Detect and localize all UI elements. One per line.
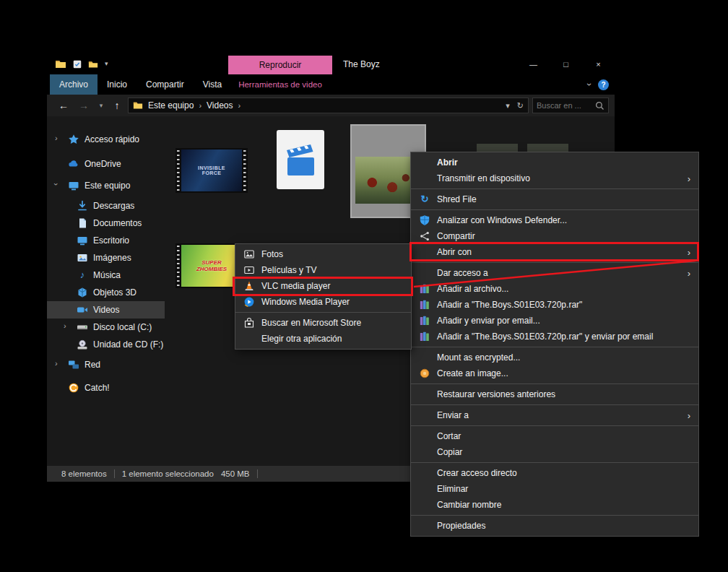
context-menu-item-dar-acceso-a[interactable]: Dar acceso a ›	[411, 265, 698, 281]
menu-separator	[411, 384, 698, 384]
context-menu-item-cortar[interactable]: Cortar	[411, 428, 698, 444]
new-folder-icon[interactable]	[88, 59, 98, 69]
context-menu-item-anadir-a-rar[interactable]: Añadir a "The.Boys.S01E03.720p.rar"	[411, 297, 698, 313]
submenu-item-windows-media-player[interactable]: Windows Media Player	[235, 294, 411, 310]
submenu-item-vlc-media-player[interactable]: VLC media player	[235, 278, 411, 294]
recent-locations-dropdown-icon[interactable]: ▾	[92, 95, 110, 116]
context-menu-item-anadir-a-rar-enviar-email[interactable]: Añadir a "The.Boys.S01E03.720p.rar" y en…	[411, 329, 698, 344]
menu-item-label: Restaurar versiones anteriores	[437, 389, 555, 399]
context-menu-item-abrir-con[interactable]: Abrir con ›	[411, 244, 698, 260]
menu-separator	[411, 515, 698, 516]
address-bar[interactable]: Este equipo › Videos › ▾ ↻	[128, 98, 529, 113]
item-count: 8 elementos	[61, 469, 107, 478]
tab-label: Vista	[203, 79, 222, 90]
context-menu-item-anadir-al-archivo[interactable]: Añadir al archivo...	[411, 281, 698, 297]
video-file-icon-thumbnail[interactable]	[277, 130, 324, 189]
chevron-right-icon[interactable]: ›	[64, 321, 66, 330]
sidebar-item-unidad-cd-f[interactable]: Unidad de CD (F:)	[47, 336, 165, 353]
tab-inicio[interactable]: Inicio	[98, 74, 136, 95]
help-icon[interactable]: ?	[598, 79, 609, 90]
tab-vista[interactable]: Vista	[194, 74, 231, 95]
submenu-item-fotos[interactable]: Fotos	[235, 246, 411, 262]
breadcrumb-este-equipo[interactable]: Este equipo	[148, 100, 194, 110]
sidebar-item-label: Videos	[93, 305, 119, 315]
sidebar-item-acceso-rapido[interactable]: › Acceso rápido	[47, 131, 165, 148]
context-menu-item-shred-file[interactable]: ↻ Shred File	[411, 191, 698, 207]
document-icon	[77, 217, 88, 229]
menu-item-label: Eliminar	[437, 484, 468, 494]
title-bar[interactable]: ▾ Reproducir The Boyz — □ ×	[47, 54, 615, 74]
context-menu-item-cambiar-nombre[interactable]: Cambiar nombre	[411, 497, 698, 513]
hard-drive-icon	[77, 321, 88, 333]
tab-herramientas-de-video[interactable]: Herramientas de video	[228, 74, 332, 95]
forward-button[interactable]: →	[75, 95, 92, 116]
menu-item-label: Enviar a	[437, 410, 469, 420]
sidebar-item-imagenes[interactable]: Imágenes	[47, 249, 165, 266]
context-menu-item-analizar-windows-defender[interactable]: Analizar con Windows Defender...	[411, 212, 698, 228]
winrar-books-icon	[419, 299, 430, 311]
submenu-item-elegir-otra-aplicacion[interactable]: Elegir otra aplicación	[235, 331, 411, 347]
close-button[interactable]: ×	[582, 54, 615, 74]
breadcrumb-separator-icon[interactable]: ›	[199, 101, 202, 110]
tab-archivo[interactable]: Archivo	[50, 74, 98, 95]
sidebar-item-descargas[interactable]: Descargas	[47, 197, 165, 214]
cube-3d-icon	[77, 287, 88, 298]
search-box[interactable]	[532, 98, 609, 113]
context-menu-item-propiedades[interactable]: Propiedades	[411, 518, 698, 534]
tab-reproducir[interactable]: Reproducir	[228, 56, 332, 74]
maximize-button[interactable]: □	[550, 54, 582, 74]
sidebar-item-este-equipo[interactable]: › Este equipo	[47, 177, 165, 194]
menu-item-label: VLC media player	[261, 281, 330, 291]
context-menu-item-eliminar[interactable]: Eliminar	[411, 481, 698, 497]
tab-compartir[interactable]: Compartir	[136, 74, 194, 95]
sidebar-item-label: Disco local (C:)	[93, 322, 152, 332]
sidebar-item-objetos-3d[interactable]: Objetos 3D	[47, 284, 165, 301]
back-button[interactable]: ←	[55, 95, 72, 116]
context-menu-item-abrir[interactable]: Abrir	[411, 155, 698, 170]
sidebar-item-musica[interactable]: ♪ Música	[47, 266, 165, 284]
filmstrip-holes	[242, 150, 248, 191]
submenu-arrow-icon: ›	[688, 247, 690, 258]
sidebar-item-catch[interactable]: Catch!	[47, 379, 165, 396]
context-menu-item-mount-as-encrypted[interactable]: Mount as encrypted...	[411, 350, 698, 365]
chevron-down-icon[interactable]: ›	[52, 183, 61, 186]
sidebar-item-red[interactable]: › Red	[47, 356, 165, 373]
context-menu-item-enviar-a[interactable]: Enviar a ›	[411, 407, 698, 423]
chevron-right-icon[interactable]: ›	[55, 134, 58, 142]
context-menu-item-transmitir-en-dispositivo[interactable]: Transmitir en dispositivo ›	[411, 170, 698, 186]
search-icon[interactable]	[595, 101, 604, 110]
context-menu-item-restaurar-versiones-anteriores[interactable]: Restaurar versiones anteriores	[411, 386, 698, 402]
quick-access-dropdown-icon[interactable]: ▾	[105, 60, 108, 67]
menu-separator	[411, 262, 698, 263]
sidebar-item-documentos[interactable]: Documentos	[47, 214, 165, 232]
ribbon-right-controls: › ?	[588, 74, 609, 95]
properties-icon[interactable]	[72, 59, 82, 69]
context-menu-item-compartir[interactable]: Compartir	[411, 228, 698, 244]
sidebar-item-escritorio[interactable]: Escritorio	[47, 232, 165, 249]
disc-image-icon	[419, 368, 430, 379]
sidebar-item-disco-local-c[interactable]: › Disco local (C:)	[47, 318, 165, 336]
sidebar-item-onedrive[interactable]: OneDrive	[47, 155, 165, 173]
video-thumbnail-invisible-force[interactable]: INVISIBLE FORCE	[176, 148, 248, 193]
submenu-item-peliculas-y-tv[interactable]: Películas y TV	[235, 262, 411, 278]
context-menu-item-create-an-image[interactable]: Create an image...	[411, 365, 698, 381]
catch-app-icon	[68, 382, 79, 394]
vlc-cone-icon	[243, 280, 255, 292]
collapse-ribbon-icon[interactable]: ›	[584, 83, 594, 86]
search-input[interactable]	[537, 101, 595, 110]
context-menu-item-crear-acceso-directo[interactable]: Crear acceso directo	[411, 465, 698, 481]
minimize-button[interactable]: —	[517, 54, 550, 74]
context-menu-item-copiar[interactable]: Copiar	[411, 444, 698, 460]
chevron-right-icon[interactable]: ›	[55, 359, 58, 368]
up-button[interactable]: ↑	[108, 95, 126, 116]
context-menu-item-anadir-enviar-email[interactable]: Añadir y enviar por email...	[411, 313, 698, 329]
filmstrip-holes	[176, 150, 181, 191]
submenu-item-buscar-en-microsoft-store[interactable]: Buscar en Microsoft Store	[235, 315, 411, 331]
status-divider	[114, 469, 115, 478]
address-dropdown-icon[interactable]: ▾	[506, 101, 510, 110]
breadcrumb-videos[interactable]: Videos	[207, 100, 233, 110]
video-camera-icon	[77, 304, 88, 316]
refresh-icon[interactable]: ↻	[517, 101, 524, 110]
breadcrumb-separator-icon[interactable]: ›	[238, 101, 241, 110]
sidebar-item-videos[interactable]: Videos	[47, 301, 165, 318]
